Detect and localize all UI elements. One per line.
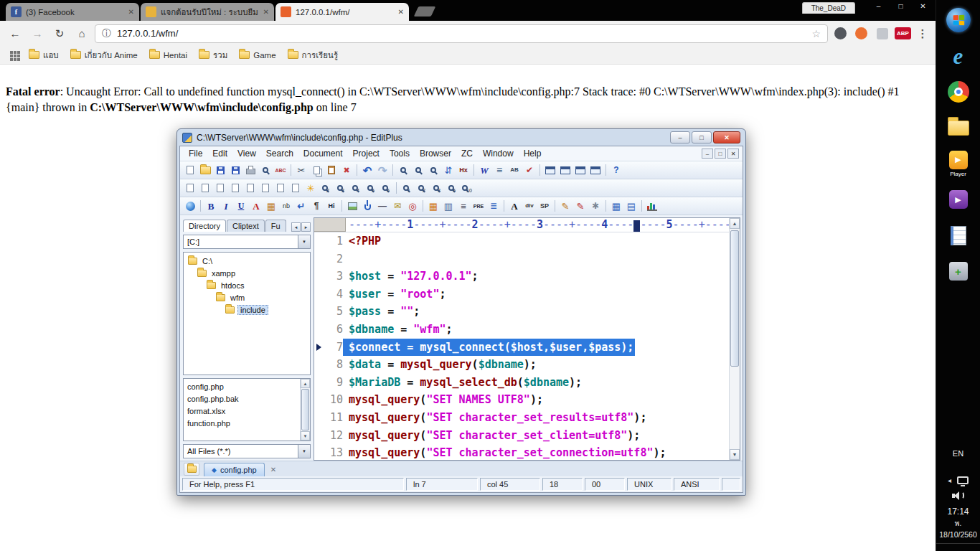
heading-button[interactable]: Hi [324, 199, 339, 213]
clock-day[interactable]: พ. [955, 518, 961, 529]
chrome[interactable] [941, 76, 976, 108]
word-wrap-button[interactable]: AB [507, 163, 522, 177]
drive-dropdown-icon[interactable]: ▼ [298, 235, 310, 248]
code-line-6[interactable]: 6$dbname = "wfm"; [314, 321, 729, 339]
save-button[interactable] [213, 163, 227, 177]
drive-selector[interactable]: [C:] ▼ [183, 235, 311, 249]
browser-external-button[interactable] [573, 163, 588, 177]
show-desktop-button[interactable] [936, 543, 980, 551]
sidebar-tab-cliptext[interactable]: Cliptext [227, 220, 265, 232]
adblock-plus[interactable]: ABP [894, 24, 912, 42]
image-button[interactable] [345, 199, 359, 213]
tree-item-wfm[interactable]: wfm [184, 291, 310, 303]
file-explorer[interactable] [941, 112, 976, 143]
language-indicator[interactable]: EN [953, 449, 963, 458]
notepad[interactable] [941, 220, 976, 251]
zoom-3-button[interactable]: 3 [334, 181, 348, 195]
font-color-button[interactable]: A [249, 199, 263, 213]
print-button[interactable] [243, 163, 258, 177]
open-file-button[interactable] [198, 163, 212, 177]
page-info-icon[interactable]: ⓘ [102, 27, 111, 40]
clock-time[interactable]: 17:14 [947, 507, 969, 517]
scroll-thumb[interactable] [301, 389, 309, 430]
menu-tools[interactable]: Tools [385, 147, 415, 160]
window-maximize-button[interactable]: □ [890, 0, 912, 12]
user-tool-5-button[interactable]: 5 [445, 181, 459, 195]
chart-button[interactable] [645, 199, 659, 213]
save-all-button[interactable] [228, 163, 242, 177]
menu-window[interactable]: Window [478, 147, 519, 160]
code-line-11[interactable]: 11mysql_query("SET character_set_results… [314, 409, 729, 427]
mdi-restore-button[interactable]: □ [715, 149, 726, 159]
line-break-button[interactable]: ↵ [294, 199, 308, 213]
back-icon[interactable]: ← [6, 24, 24, 43]
zoom-4-button[interactable]: 4 [349, 181, 363, 195]
table-button[interactable]: ▦ [426, 199, 440, 213]
internet-explorer[interactable]: e [941, 40, 976, 72]
menu-document[interactable]: Document [298, 147, 348, 160]
new-tab-button[interactable] [414, 6, 436, 17]
zoom-5-button[interactable]: 5 [364, 181, 378, 195]
doc-template-8-button[interactable] [288, 181, 303, 195]
apps-grid-icon[interactable] [10, 51, 13, 54]
tab-close-icon[interactable]: ✕ [128, 8, 134, 16]
copy-button[interactable] [309, 163, 324, 177]
scrollbar-track[interactable] [730, 229, 740, 449]
doc-template-1-button[interactable] [183, 181, 197, 195]
home-icon[interactable]: ⌂ [72, 24, 91, 43]
code-line-8[interactable]: 8$data = mysql_query($dbname); [314, 356, 729, 374]
grid-view-1-button[interactable]: ▦ [609, 199, 623, 213]
doc-template-2-button[interactable] [198, 181, 212, 195]
spell-check-button[interactable]: ABC [273, 163, 288, 177]
editplus-maximize-button[interactable]: □ [692, 131, 712, 143]
purple-media-app[interactable]: ▶ [941, 184, 976, 215]
sort-button[interactable]: ⇵ [441, 163, 456, 177]
window-close-button[interactable]: ✕ [912, 0, 934, 12]
code-line-13[interactable]: 13mysql_query("SET character_set_connect… [314, 444, 729, 460]
preformatted-button[interactable]: PRE [471, 199, 486, 213]
menu-browser[interactable]: Browser [415, 147, 456, 160]
code-line-1[interactable]: 1<?PHP [314, 232, 729, 250]
document-folder-button[interactable] [184, 463, 199, 476]
document-tab-close-icon[interactable]: ✕ [270, 466, 276, 474]
doc-template-7-button[interactable] [273, 181, 288, 195]
code-area[interactable]: 1<?PHP23$host = "127.0.0.1";4$user = "ro… [314, 232, 729, 460]
start-button[interactable] [941, 4, 976, 36]
file-item[interactable]: function.php [187, 417, 298, 429]
browser-list-button[interactable] [558, 163, 573, 177]
menu-view[interactable]: View [232, 147, 261, 160]
nbsp-button[interactable]: nb [279, 199, 293, 213]
menu-help[interactable]: Help [519, 147, 547, 160]
color-grid-button[interactable]: ▦ [264, 199, 278, 213]
paragraph-button[interactable]: ¶ [309, 199, 324, 213]
browser-tab-thai-page[interactable]: แจกต้อนรับปีใหม่ : ระบบยืม✕ [141, 3, 274, 21]
mdi-minimize-button[interactable]: – [702, 149, 713, 159]
horizontal-rule-button[interactable]: — [375, 199, 390, 213]
find-button[interactable] [396, 163, 410, 177]
code-line-3[interactable]: 3$host = "127.0.0.1"; [314, 268, 729, 286]
settings-tool-button[interactable]: ✱ [588, 199, 603, 213]
browser-tab-localhost[interactable]: 127.0.0.1/wfm/✕ [275, 3, 409, 21]
tree-item-include[interactable]: include [184, 303, 310, 316]
anchor-button[interactable] [360, 199, 374, 213]
code-line-12[interactable]: 12mysql_query("SET character_set_client=… [314, 427, 729, 445]
bookmark-folder-2[interactable]: เกี่ยวกับ Anime [70, 49, 138, 62]
browser-menu-icon[interactable]: ⋮ [915, 27, 930, 40]
scroll-down-icon[interactable]: ▼ [301, 431, 310, 441]
menu-search[interactable]: Search [261, 147, 298, 160]
target-button[interactable]: ◎ [405, 199, 420, 213]
clock-date[interactable]: 18/10/2560 [939, 530, 977, 539]
font-button[interactable]: A [507, 199, 522, 213]
tree-item-htdocs[interactable]: htdocs [184, 279, 310, 291]
file-item[interactable]: config.php.bak [187, 392, 298, 405]
editplus-minimize-button[interactable]: – [670, 131, 690, 143]
doc-template-3-button[interactable] [213, 181, 227, 195]
list-button[interactable]: ≣ [486, 199, 501, 213]
forward-icon[interactable]: → [28, 24, 47, 43]
bookmark-star-icon[interactable]: ☆ [811, 28, 821, 39]
user-tool-3-button[interactable]: 3 [430, 181, 444, 195]
hex-viewer-button[interactable]: Hx [456, 163, 471, 177]
undo-button[interactable]: ↶ [360, 163, 374, 177]
view-in-browser-button[interactable] [543, 163, 557, 177]
user-tool-2-button[interactable]: 2 [415, 181, 429, 195]
